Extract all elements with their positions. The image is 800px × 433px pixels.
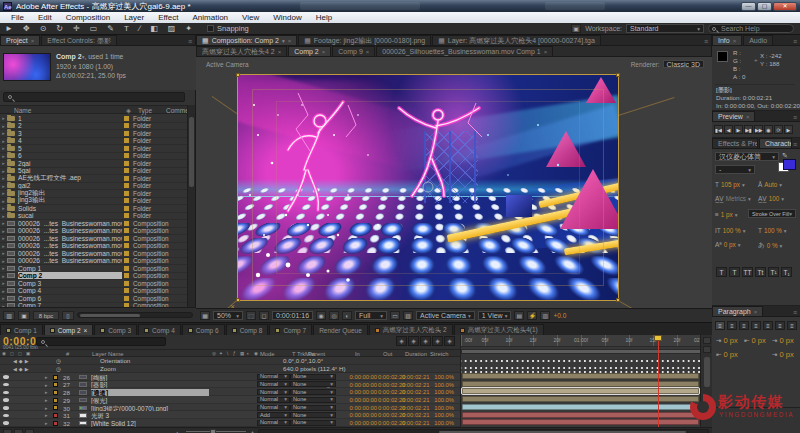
close-icon[interactable]: × [733,37,737,45]
panel-menu-icon[interactable]: ≡ [188,38,195,45]
show-snapshot-icon[interactable]: ◎ [329,311,339,320]
fill-color-swatch[interactable] [783,159,796,170]
project-bit-depth[interactable]: 8 bpc [33,311,59,320]
stretch-value[interactable]: 100.0% [428,397,454,403]
expand-arrow-icon[interactable]: ▸ [0,168,7,174]
label-color-swatch[interactable] [124,243,129,248]
tool-pen-icon[interactable]: ✎ [102,23,119,34]
font-size-field[interactable]: T105 px▾ [715,181,745,188]
stretch-value[interactable]: 100.0% [428,405,454,411]
out-value[interactable]: 0:00:02:20 [378,382,401,388]
layer-bar[interactable] [462,396,699,402]
tab-audio[interactable]: Audio [743,35,773,45]
faux-style-2-button[interactable]: TT [742,267,753,277]
out-value[interactable]: 0:00:02:20 [378,397,401,403]
tab-info[interactable]: Info× [712,35,742,45]
label-color-swatch[interactable] [124,281,129,286]
tab-preview[interactable]: Preview× [712,111,755,121]
stopwatch-icon[interactable]: ◷ [56,366,61,372]
parent-select[interactable]: None▾ [290,420,336,426]
comp-marker-icon[interactable] [703,337,711,344]
panel-menu-icon[interactable]: ≡ [793,38,800,45]
expand-arrow-icon[interactable]: ▸ [0,138,7,144]
layer-bar[interactable] [462,419,699,425]
panel-menu-icon[interactable]: ≡ [793,114,800,121]
out-value[interactable]: 0:00:02:20 [378,412,401,418]
eye-icon[interactable] [3,391,9,395]
tool-zoom-icon[interactable]: ⊙ [35,23,52,34]
loop-button[interactable]: ⟳ [774,125,783,134]
expand-arrow-icon[interactable]: ▸ [0,190,7,196]
menu-composition[interactable]: Composition [59,13,117,22]
in-value[interactable]: 0:00:00:00 [345,405,377,411]
roi-icon[interactable]: ▭ [390,311,400,320]
search-help-input[interactable]: Search Help [708,24,794,33]
expand-arrow-icon[interactable]: ▸ [45,382,48,388]
paragraph-field-4[interactable]: ⇥0 px [772,350,794,359]
eye-icon[interactable] [3,421,9,425]
label-color-swatch[interactable] [53,405,58,410]
time-ruler[interactable]: :00f05f10f15f20f01:00f05f10f15f20f02:00f [461,335,701,347]
last-frame-button[interactable]: ▶▶ [754,125,763,134]
font-style-select[interactable]: -▾ [715,165,755,174]
duration-value[interactable]: 0:00:02:21 [402,397,427,403]
mode-select[interactable]: Add▾ [257,412,290,418]
snapshot-icon[interactable]: ◉ [316,311,326,320]
timeline-zoom-slider[interactable]: ▴▲ [176,429,256,433]
timeline-tab[interactable]: Render Queue [313,324,368,335]
parent-select[interactable]: None▾ [290,397,336,403]
expand-arrow-icon[interactable]: ▸ [45,405,48,411]
tool-puppet-pin-icon[interactable]: ✦ [180,23,197,34]
label-color-swatch[interactable] [124,236,129,241]
fast-preview-icon[interactable]: ⚡ [527,311,537,320]
menu-animation[interactable]: Animation [185,13,235,22]
renderer-button[interactable]: Classic 3D [663,60,704,68]
expand-arrow-icon[interactable]: ▸ [0,243,7,249]
align-right-button[interactable]: ≡ [739,321,749,330]
horizontal-scale-field[interactable]: T100 %▾ [758,227,787,234]
selection-handle[interactable] [616,298,620,302]
parent-select[interactable]: None▾ [290,405,336,411]
stretch-value[interactable]: 100.0% [428,382,454,388]
eye-icon[interactable] [3,375,9,379]
label-color-swatch[interactable] [124,296,129,301]
timeline-tab[interactable]: 高燃穿过美人穴枪头 2 [369,324,453,335]
expand-arrow-icon[interactable]: ▸ [45,412,48,418]
safe-guides-icon[interactable]: ⬚ [246,311,256,320]
timeline-tab[interactable]: Comp 2× [44,324,94,335]
project-horizontal-scrollbar[interactable] [77,312,193,318]
timeline-tab[interactable]: Comp 1 [0,324,43,335]
stretch-value[interactable]: 100.0% [428,389,454,395]
channels-icon[interactable]: ◐ [342,311,352,320]
timeline-tab[interactable]: Comp 4 [138,324,181,335]
layer-bar[interactable] [462,404,699,410]
property-name[interactable]: Zoom [100,365,116,372]
comp-mini-flowchart-icon[interactable]: ◈ [396,336,407,346]
faux-style-0-button[interactable]: T [716,267,727,277]
in-value[interactable]: 0:00:00:00 [345,389,377,395]
vertical-scale-field[interactable]: IT100 %▾ [715,227,745,234]
composition-viewport-image[interactable] [238,75,618,300]
layer-bar[interactable] [462,388,699,394]
expand-in-out-icon[interactable] [25,429,34,433]
column-type[interactable]: Type [138,107,152,114]
selection-handle[interactable] [616,73,620,77]
comp-button-icon[interactable] [703,346,711,353]
layer-row[interactable]: ▸26[绚丽]Normal▾◎None▾0:00:00:000:00:02:20… [0,373,460,381]
panel-menu-icon[interactable]: ≡ [704,38,711,45]
eye-icon[interactable] [3,398,9,402]
viewer-tab[interactable]: ▦ Footage: jing2输出 [0000-0180].png [298,35,431,45]
current-time-indicator-handle[interactable] [654,335,662,341]
current-time-indicator[interactable] [658,335,659,427]
expand-arrow-icon[interactable]: ▸ [45,420,48,426]
interpret-footage-icon[interactable]: ▥ [3,311,15,320]
snapping-checkbox[interactable] [207,25,214,32]
audio-button[interactable]: ◉ [764,125,773,134]
close-icon[interactable]: × [544,48,548,56]
view-layout-select[interactable]: 1 View▾ [478,311,512,320]
label-color-swatch[interactable] [53,421,58,426]
menu-file[interactable]: File [4,13,31,22]
timeline-button-icon[interactable]: ▥ [540,311,550,320]
faux-style-3-button[interactable]: Tt [755,267,766,277]
eye-icon[interactable] [3,383,9,387]
